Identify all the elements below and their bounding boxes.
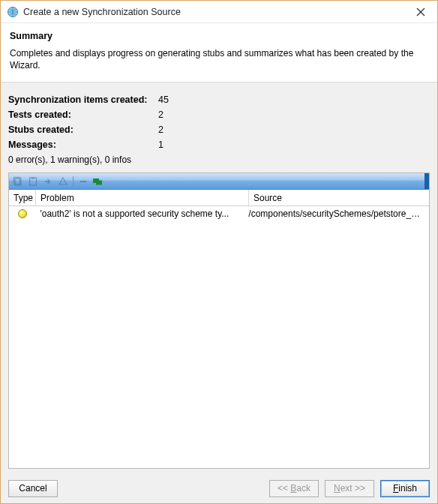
messages-table-body[interactable]: 'oauth2' is not a supported security sch… [9,206,429,468]
table-row[interactable]: 'oauth2' is not a supported security sch… [9,206,429,221]
window-title: Create a new Synchronization Source [23,7,410,17]
page-title: Summary [10,31,428,41]
stat-label: Synchronization items created: [8,94,158,105]
row-source-cell: /components/securitySchemes/petstore_aut… [244,208,429,219]
svg-rect-5 [80,181,86,182]
cascade-icon[interactable] [92,176,104,188]
warning-filter-icon[interactable] [57,176,69,188]
stat-sync-items: Synchronization items created: 45 [8,94,430,105]
page-description: Completes and displays progress on gener… [10,47,428,71]
collapse-icon[interactable] [77,176,89,188]
stat-tests: Tests created: 2 [8,110,430,120]
wizard-window: Create a new Synchronization Source Summ… [0,0,438,504]
stat-label: Tests created: [8,110,158,120]
column-type[interactable]: Type [9,190,36,206]
stat-value: 2 [158,110,164,120]
next-button: Next >> [325,480,374,497]
stat-label: Stubs created: [8,124,158,135]
messages-table-header: Type Problem Source [9,190,429,206]
svg-rect-4 [32,177,34,179]
back-button: << Back [269,480,319,497]
messages-panel: Type Problem Source 'oauth2' is not a su… [8,172,430,469]
titlebar: Create a new Synchronization Source [1,1,437,23]
stat-value: 2 [158,124,164,135]
stat-value: 45 [158,94,169,105]
content-area: Synchronization items created: 45 Tests … [1,82,437,473]
column-problem[interactable]: Problem [36,190,249,206]
stat-messages: Messages: 1 [8,140,430,150]
messages-toolbar [9,173,429,190]
finish-button[interactable]: Finish [380,480,430,497]
column-source[interactable]: Source [249,190,429,206]
stat-value: 1 [158,140,164,150]
globe-icon [7,6,19,18]
stat-label: Messages: [8,140,158,150]
row-type-cell [9,209,35,218]
paste-icon[interactable] [27,176,39,188]
toolbar-separator [73,176,74,187]
stat-stubs: Stubs created: 2 [8,124,430,135]
wizard-header: Summary Completes and displays progress … [1,23,437,82]
messages-summary: 0 error(s), 1 warning(s), 0 infos [8,154,430,165]
warning-icon [18,209,27,218]
cancel-button[interactable]: Cancel [8,480,58,497]
svg-rect-7 [96,180,102,184]
close-icon [416,8,425,16]
wizard-button-bar: Cancel << Back Next >> Finish [1,473,437,503]
arrow-right-icon[interactable] [42,176,54,188]
copy-icon[interactable] [12,176,24,188]
summary-stats: Synchronization items created: 45 Tests … [8,90,430,171]
row-problem-cell: 'oauth2' is not a supported security sch… [35,208,244,219]
close-button[interactable] [410,4,431,20]
